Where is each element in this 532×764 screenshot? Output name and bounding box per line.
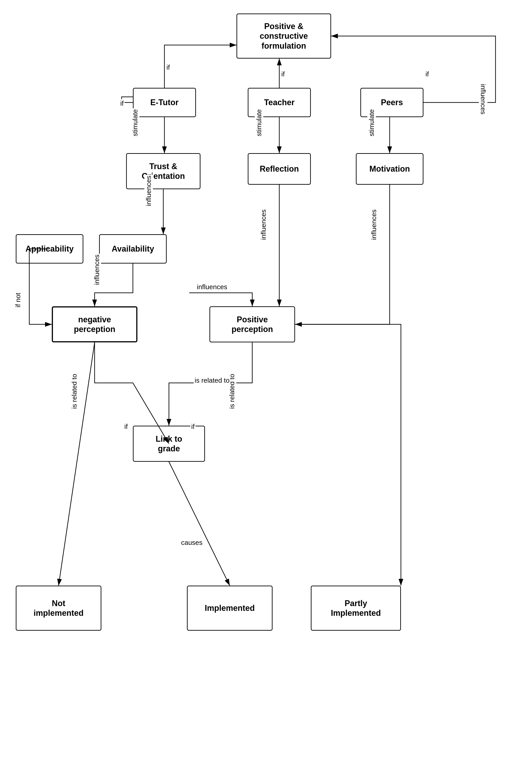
link-to-grade-node: Link tograde (133, 426, 205, 462)
is-related-to-horiz-label: is related to (194, 376, 231, 385)
stimulate-teacher-label: stimulate (255, 108, 263, 137)
positive-perception-node: Positiveperception (210, 306, 295, 342)
stimulate-etutor-label: stimulate (131, 108, 139, 137)
negative-perception-node: negativeperception (52, 306, 137, 342)
availability-node: Availability (99, 234, 167, 264)
causes-label: causes (180, 538, 203, 547)
svg-line-7 (169, 462, 230, 586)
applicability-node: Applicability (16, 234, 83, 264)
influences-trust-label: influences (144, 175, 153, 207)
motivation-node: Motivation (356, 153, 424, 185)
influences-motivation-label: influences (370, 209, 378, 241)
if-label-teacher: if (280, 70, 285, 79)
reflection-node: Reflection (248, 153, 311, 185)
implemented-node: Implemented (187, 586, 272, 631)
partly-implemented-node: PartlyImplemented (311, 586, 401, 631)
if-not-label: if not (14, 292, 22, 308)
is-related-to-neg-label: is related to (70, 373, 79, 410)
if-pos-label: if (190, 422, 196, 431)
if-link-label: if (123, 422, 129, 431)
if-label-peers: if (425, 70, 430, 79)
influences-horiz-label: influences (196, 283, 228, 291)
influences-reflection-label: influences (259, 209, 268, 241)
etutor-node: E-Tutor (133, 88, 196, 117)
influences-availability-label: influences (92, 254, 101, 286)
positive-constructive-node: Positive &constructiveformulation (237, 14, 331, 59)
stimulate-peers-label: stimulate (367, 108, 376, 137)
not-implemented-node: Notimplemented (16, 586, 101, 631)
trust-orientation-node: Trust &Orientation (126, 153, 201, 189)
if-etutor-bracket-label: if (119, 99, 124, 108)
influences-outer-label: influences (479, 83, 487, 115)
if-label-etutor: if (166, 63, 171, 72)
